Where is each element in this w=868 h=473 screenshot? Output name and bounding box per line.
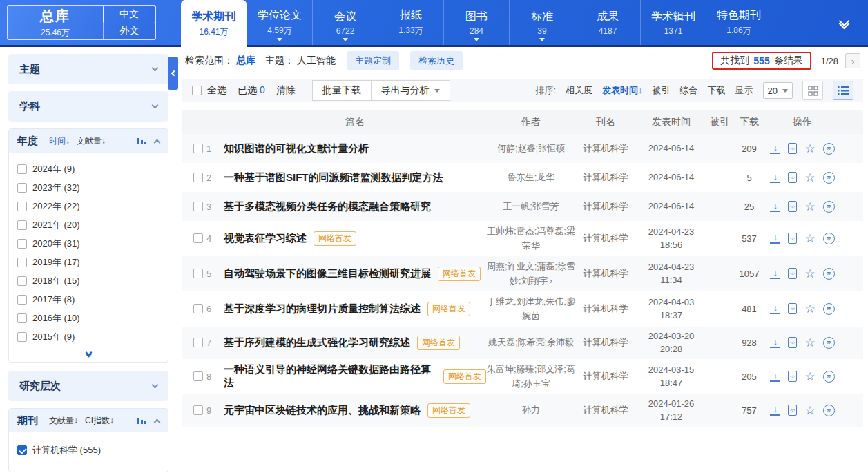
favorite-icon[interactable]: ☆ [804,303,815,315]
journal-name[interactable]: 计算机科学 [576,171,635,184]
journal-name[interactable]: 计算机科学 [576,142,635,155]
tab-dissertations[interactable]: 学位论文 4.59万 [247,0,312,45]
filter-section-topic[interactable]: 主题 [8,54,168,84]
article-title-link[interactable]: 基于序列建模的生成式强化学习研究综述 [224,336,410,349]
checkbox[interactable] [17,276,27,286]
row-checkbox[interactable] [193,304,203,313]
download-icon[interactable]: ↓ [770,201,780,212]
html-read-icon[interactable]: </> [788,405,797,416]
tab-special-journals[interactable]: 特色期刊 1.86万 [706,0,771,45]
checkbox-checked[interactable] [17,445,27,455]
download-icon[interactable]: ↓ [770,143,780,154]
year-filter-item[interactable]: 2021年 (20) [17,215,160,234]
download-icon[interactable]: ↓ [770,233,780,244]
article-title-link[interactable]: 一种基于谱图SIFT的同源频谱监测数据判定方法 [224,171,443,184]
page-size-select[interactable]: 20 [763,82,793,99]
sort-cited[interactable]: 被引 [653,84,671,97]
html-read-icon[interactable]: </> [788,268,797,279]
download-icon[interactable]: ↓ [770,337,780,348]
checkbox[interactable] [17,164,27,174]
total-library[interactable]: 总库 25.46万 [8,6,103,39]
download-icon[interactable]: ↓ [770,268,780,279]
batch-download-button[interactable]: 批量下载 [312,80,372,101]
download-icon[interactable]: ↓ [770,371,780,382]
favorite-icon[interactable]: ☆ [804,405,815,416]
html-read-icon[interactable]: </> [788,201,797,212]
tab-academic-journals[interactable]: 学术期刊 16.41万 [181,0,247,47]
row-checkbox[interactable] [193,202,203,211]
year-filter-item[interactable]: 2018年 (15) [17,271,160,290]
grid-view-button[interactable] [802,81,823,100]
filter-section-subject[interactable]: 学科 [8,91,168,122]
favorite-icon[interactable]: ☆ [804,172,815,184]
download-icon[interactable]: ↓ [770,172,780,183]
article-title-link[interactable]: 一种语义引导的神经网络关键数据路由路径算法 [224,363,436,389]
html-read-icon[interactable]: </> [788,337,797,348]
cite-icon[interactable]: ” [823,337,835,349]
checkbox[interactable] [17,332,27,342]
cite-icon[interactable]: ” [823,405,835,416]
cite-icon[interactable]: ” [823,201,835,213]
year-filter-item[interactable]: 2019年 (17) [17,253,160,271]
row-checkbox[interactable] [193,371,203,381]
row-checkbox[interactable] [193,338,203,347]
lang-tab-foreign[interactable]: 外文 [103,23,155,40]
tab-academic-series[interactable]: 学术辑刊 1371 [640,0,706,45]
favorite-icon[interactable]: ☆ [804,201,815,213]
row-checkbox[interactable] [193,144,203,153]
year-filter-item[interactable]: 2016年 (10) [17,309,160,327]
article-title-link[interactable]: 基于深度学习的病理切片质量控制算法综述 [224,302,421,316]
article-title-link[interactable]: 自动驾驶场景下的图像三维目标检测研究进展 [224,267,431,280]
article-title-link[interactable]: 视觉表征学习综述 [224,232,307,245]
year-filter-item[interactable]: 2020年 (31) [17,234,160,253]
cite-icon[interactable]: ” [823,371,835,383]
expand-years-button[interactable] [9,349,168,362]
checkbox[interactable] [17,295,27,305]
checkbox[interactable] [17,183,27,193]
sort-by-ci-link[interactable]: CI指数↓ [85,415,114,427]
scope-value[interactable]: 总库 [236,55,255,67]
cite-icon[interactable]: ” [823,233,835,244]
filter-section-research-level[interactable]: 研究层次 [8,371,168,401]
lang-tab-chinese[interactable]: 中文 [103,6,155,23]
journal-name[interactable]: 计算机科学 [576,370,635,383]
favorite-icon[interactable]: ☆ [804,371,815,383]
download-icon[interactable]: ↓ [770,405,780,416]
journal-name[interactable]: 计算机科学 [576,336,635,349]
select-all-label[interactable]: 全选 [207,84,226,97]
row-checkbox[interactable] [193,405,203,415]
next-page-button[interactable]: › [845,53,860,68]
tab-newspapers[interactable]: 报纸 1.33万 [378,0,443,45]
checkbox[interactable] [17,313,27,323]
tab-conferences[interactable]: 会议 6722 [312,0,378,45]
journal-name[interactable]: 计算机科学 [576,267,635,280]
sidebar-collapse-button[interactable] [168,57,178,90]
year-filter-item[interactable]: 2022年 (22) [17,197,160,215]
html-read-icon[interactable]: </> [788,303,797,314]
article-title-link[interactable]: 元宇宙中区块链技术的应用、挑战和新策略 [224,404,421,417]
journal-name[interactable]: 计算机科学 [576,404,635,416]
checkbox[interactable] [17,239,27,249]
topic-customize-button[interactable]: 主题定制 [347,51,399,70]
checkbox[interactable] [17,258,27,267]
html-read-icon[interactable]: </> [788,233,797,244]
more-databases-button[interactable] [820,0,868,45]
bar-chart-icon[interactable] [137,414,148,427]
more-authors-arrow[interactable]: › [550,276,552,286]
row-checkbox[interactable] [193,233,203,243]
row-checkbox[interactable] [193,269,203,278]
sort-download[interactable]: 下载 [708,84,726,97]
journal-filter-item[interactable]: 计算机科学 (555) [17,441,160,459]
cite-icon[interactable]: ” [823,303,835,315]
chevron-up-icon[interactable] [154,418,161,425]
row-checkbox[interactable] [193,173,203,182]
total-library-box[interactable]: 总库 25.46万 中文 外文 [7,5,156,40]
html-read-icon[interactable]: </> [788,143,797,154]
download-icon[interactable]: ↓ [770,303,780,314]
html-read-icon[interactable]: </> [788,172,797,183]
html-read-icon[interactable]: </> [788,371,797,382]
sort-by-count-link[interactable]: 文献量↓ [49,415,78,427]
article-title-link[interactable]: 基于多模态视频分类任务的模态融合策略研究 [224,200,431,213]
year-filter-item[interactable]: 2023年 (32) [17,178,160,197]
cite-icon[interactable]: ” [823,172,835,184]
